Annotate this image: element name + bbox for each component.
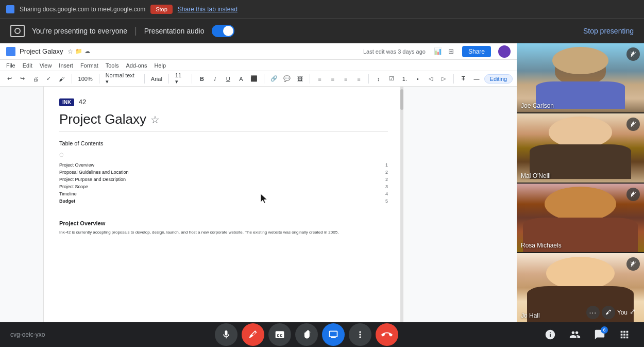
print-button[interactable]: 🖨 — [30, 73, 41, 85]
highlight-button[interactable]: ⬛ — [249, 73, 260, 85]
google-docs-favicon — [6, 47, 15, 56]
toc-row: Project Overview 1 — [59, 161, 388, 169]
doc-title[interactable]: Project Galaxy — [20, 47, 63, 55]
toc-row: Timeline 4 — [59, 190, 388, 197]
more-options-button[interactable] — [349, 323, 371, 346]
toc-item-label: Project Purpose and Description — [59, 176, 376, 183]
doc-heading: Project Galaxy ☆ — [59, 111, 388, 127]
undo-button[interactable]: ↩ — [4, 73, 15, 85]
menu-help[interactable]: Help — [154, 62, 166, 69]
menu-tools[interactable]: Tools — [106, 62, 119, 69]
stop-presenting-button[interactable]: Stop presenting — [583, 27, 634, 35]
present-button[interactable] — [322, 323, 345, 346]
scroll-thumb — [400, 89, 403, 110]
bottom-right: 6 — [541, 325, 634, 344]
video-panel: Joe Carlson Mai O'Neill Rosa Michaels — [517, 43, 644, 322]
indent-less-button[interactable]: ◁ — [425, 73, 436, 85]
toc-item-page: 3 — [376, 183, 388, 190]
paint-format-button[interactable]: 🖌 — [56, 73, 67, 85]
mic-button[interactable] — [215, 323, 238, 346]
end-call-button[interactable] — [376, 323, 398, 346]
more-format-button[interactable]: — — [471, 73, 482, 85]
comment-button[interactable]: 💬 — [281, 73, 292, 85]
graph-icon[interactable]: 📊 — [434, 47, 442, 55]
separator-1 — [72, 74, 72, 84]
audio-toggle[interactable] — [212, 25, 234, 37]
more-options-jo-button[interactable]: ··· — [586, 306, 600, 319]
doc-share-button[interactable]: Share — [462, 46, 491, 57]
editing-mode-button[interactable]: Editing — [484, 74, 513, 84]
stop-sharing-button[interactable]: Stop — [150, 5, 173, 14]
size-select[interactable]: 11 ▾ — [173, 71, 188, 86]
gdoc-frame: Project Galaxy ☆ 📁 ☁ Last edit was 3 day… — [0, 43, 517, 322]
separator-9 — [453, 74, 454, 84]
italic-button[interactable]: I — [210, 73, 221, 85]
toc-item-label: Budget — [59, 197, 376, 205]
share-tab-button[interactable]: Share this tab instead — [178, 6, 238, 13]
menu-file[interactable]: File — [6, 62, 15, 69]
separator-2 — [99, 74, 99, 84]
menu-view[interactable]: View — [40, 62, 52, 69]
menu-edit[interactable]: Edit — [23, 62, 32, 69]
align-right-button[interactable]: ≡ — [340, 73, 351, 85]
toc-item-label: Timeline — [59, 190, 376, 197]
doc-format-bar: ↩ ↪ 🖨 ✓ 🖌 100% Normal text ▾ Arial 11 ▾ … — [0, 71, 517, 87]
presentation-audio-label: Presentation audio — [144, 27, 205, 35]
folder-icon[interactable]: 📁 — [75, 48, 82, 55]
checklist-button[interactable]: ☑ — [386, 73, 397, 85]
raise-hand-button[interactable] — [295, 323, 318, 346]
separator-4 — [168, 74, 169, 84]
justify-button[interactable]: ≡ — [353, 73, 364, 85]
bold-button[interactable]: B — [196, 73, 207, 85]
image-button[interactable]: 🖼 — [295, 73, 306, 85]
doc-menu-bar: File Edit View Insert Format Tools Add-o… — [0, 60, 517, 71]
toc-table: Project Overview 1 Proposal Guidelines a… — [59, 161, 388, 205]
presenting-text: You're presenting to everyone — [32, 27, 127, 35]
doc-right-panel — [403, 87, 517, 322]
captions-button[interactable] — [268, 323, 291, 346]
align-left-button[interactable]: ≡ — [314, 73, 325, 85]
numberedlist-button[interactable]: 1. — [399, 73, 410, 85]
text-color-button[interactable]: A — [235, 73, 246, 85]
grid-icon[interactable]: ⊞ — [448, 47, 454, 55]
underline-button[interactable]: U — [223, 73, 233, 85]
clear-format-button[interactable]: T̶ — [458, 73, 469, 85]
menu-insert[interactable]: Insert — [59, 62, 73, 69]
star-icon[interactable]: ☆ — [67, 48, 73, 55]
bottom-bar: cvg-oeic-yxo — [0, 322, 644, 347]
indent-more-button[interactable]: ▷ — [438, 73, 449, 85]
doc-divider — [59, 131, 388, 132]
ink-badge-container: INK 42 — [59, 97, 388, 107]
zoom-select[interactable]: 100% — [76, 75, 95, 83]
cam-button[interactable] — [242, 323, 264, 346]
doc-left-panel — [0, 87, 44, 322]
sharing-bar: Sharing docs.google.com to meet.google.c… — [0, 0, 644, 19]
redo-button[interactable]: ↪ — [17, 73, 28, 85]
google-docs-icon — [6, 5, 14, 13]
doc-main-content[interactable]: INK 42 Project Galaxy ☆ Table of Content… — [44, 87, 403, 322]
chat-button[interactable]: 6 — [590, 325, 609, 344]
doc-saved-text: Last edit was 3 days ago — [363, 48, 426, 55]
cloud-icon[interactable]: ☁ — [84, 48, 90, 55]
info-button[interactable] — [541, 325, 560, 344]
bulletlist-button[interactable]: • — [412, 73, 423, 85]
font-select[interactable]: Arial — [149, 75, 164, 83]
activities-button[interactable] — [615, 325, 634, 344]
doc-area: Project Galaxy ☆ 📁 ☁ Last edit was 3 day… — [0, 43, 517, 322]
link-button[interactable]: 🔗 — [268, 73, 279, 85]
spellcheck-button[interactable]: ✓ — [43, 73, 54, 85]
menu-format[interactable]: Format — [80, 62, 98, 69]
scroll-indicator[interactable] — [400, 87, 403, 322]
expand-icon-jo[interactable]: ⤢ — [630, 307, 640, 318]
style-select[interactable]: Normal text ▾ — [104, 71, 140, 86]
line-spacing-button[interactable]: ↕ — [373, 73, 384, 85]
present-screen-icon — [10, 25, 25, 37]
menu-addons[interactable]: Add-ons — [126, 62, 147, 69]
people-button[interactable] — [566, 325, 584, 344]
user-avatar — [498, 45, 511, 58]
you-label: You — [617, 309, 628, 316]
doc-star-icon[interactable]: ☆ — [150, 113, 160, 126]
separator-8 — [368, 74, 369, 84]
align-center-button[interactable]: ≡ — [327, 73, 338, 85]
toc-item-page: 1 — [376, 161, 388, 169]
